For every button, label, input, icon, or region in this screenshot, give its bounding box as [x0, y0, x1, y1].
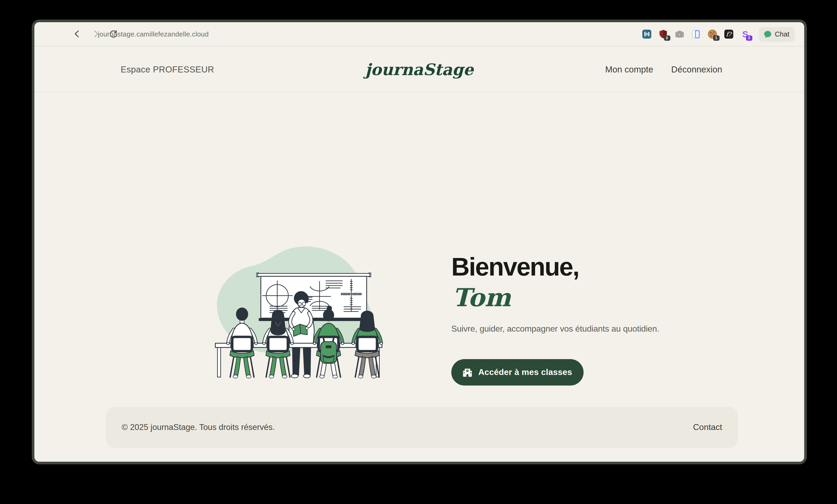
- stylus-extension-icon[interactable]: S 3: [740, 29, 750, 39]
- url-text[interactable]: journastage.camillefezandelle.cloud: [98, 30, 209, 38]
- chat-bubble-icon: [763, 30, 772, 38]
- browser-window: journastage.camillefezandelle.cloud: [32, 20, 807, 464]
- extension-badge: 3: [746, 35, 752, 41]
- shield-extension-icon[interactable]: 2: [658, 29, 668, 39]
- phone-extension-icon[interactable]: [691, 29, 701, 39]
- site-header: Espace PROFESSEUR journaStage Mon compte…: [34, 47, 804, 93]
- address-bar[interactable]: journastage.camillefezandelle.cloud: [98, 22, 209, 46]
- access-classes-label: Accéder à mes classes: [478, 367, 572, 377]
- access-classes-button[interactable]: Accéder à mes classes: [451, 359, 584, 385]
- panels-icon: [641, 29, 652, 39]
- chat-button[interactable]: Chat: [759, 27, 795, 41]
- browser-toolbar: journastage.camillefezandelle.cloud: [34, 22, 804, 47]
- camera-extension-icon[interactable]: [674, 29, 684, 39]
- nav-account-link[interactable]: Mon compte: [605, 64, 654, 74]
- font-finder-icon: f?: [724, 29, 734, 39]
- extension-row: 2: [641, 22, 795, 46]
- nav-logout-link[interactable]: Déconnexion: [671, 64, 722, 74]
- header-nav: Mon compte Déconnexion: [605, 47, 722, 92]
- extension-badge: 2: [664, 35, 670, 41]
- hero-subtitle: Suivre, guider, accompagner vos étudiant…: [451, 324, 659, 334]
- hero-user-name: Tom: [452, 284, 511, 311]
- camera-icon: [674, 29, 684, 39]
- cookie-extension-icon[interactable]: 1: [707, 29, 717, 39]
- screen: journastage.camillefezandelle.cloud: [0, 0, 837, 504]
- chat-button-label: Chat: [775, 30, 789, 38]
- font-finder-extension-icon[interactable]: f?: [724, 29, 734, 39]
- copyright-text: © 2025 journaStage. Tous droits réservés…: [122, 422, 275, 432]
- phone-icon: [691, 29, 701, 39]
- site-logo[interactable]: journaStage: [365, 47, 474, 92]
- site-footer: © 2025 journaStage. Tous droits réservés…: [106, 407, 738, 448]
- svg-text:f?: f?: [726, 31, 732, 38]
- hero-greeting: Bienvenue,: [451, 253, 579, 281]
- workspace-label: Espace PROFESSEUR: [121, 47, 214, 92]
- back-button[interactable]: [72, 29, 82, 39]
- classroom-illustration: [214, 242, 383, 380]
- panels-extension-icon[interactable]: [641, 29, 652, 39]
- extension-badge: 1: [713, 35, 719, 41]
- contact-link[interactable]: Contact: [693, 422, 722, 432]
- chevron-left-icon: [73, 30, 82, 38]
- school-building-icon: [462, 367, 473, 378]
